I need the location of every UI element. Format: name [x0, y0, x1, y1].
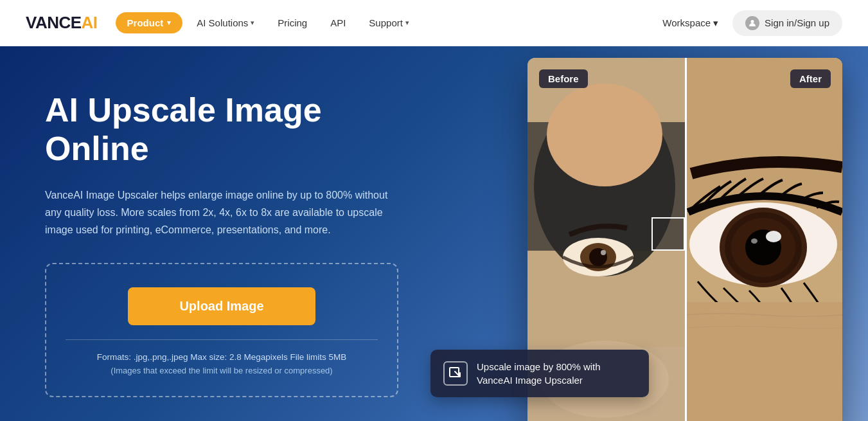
pricing-menu[interactable]: Pricing — [269, 12, 316, 33]
logo-vance: VANCE — [26, 13, 82, 33]
product-label: Product — [127, 17, 164, 28]
ai-solutions-label: AI Solutions — [197, 17, 248, 28]
workspace-label: Workspace — [662, 17, 711, 28]
ai-solutions-menu[interactable]: AI Solutions ▾ — [188, 12, 263, 33]
focus-box — [651, 217, 685, 251]
upload-divider — [66, 339, 378, 340]
logo: VANCE AI — [26, 13, 98, 33]
svg-point-4 — [547, 84, 662, 186]
svg-point-19 — [751, 238, 757, 244]
svg-point-18 — [766, 231, 781, 242]
upload-dropzone[interactable]: Upload Image Formats: .jpg,.png,.jpeg Ma… — [45, 263, 398, 397]
upscale-tooltip: Upscale image by 800% with VanceAI Image… — [430, 350, 649, 397]
before-label: Before — [539, 69, 588, 88]
tooltip-text: Upscale image by 800% with VanceAI Image… — [477, 360, 636, 387]
hero-right: Before After Upscale image by 800% with … — [437, 46, 868, 421]
signin-label: Sign in/Sign up — [765, 17, 829, 28]
logo-ai: AI — [82, 13, 98, 33]
format-text: Formats: .jpg,.png,.jpeg Max size: 2.8 M… — [97, 350, 347, 364]
support-chevron-icon: ▾ — [405, 19, 409, 27]
svg-point-8 — [601, 250, 606, 255]
hero-title: AI Upscale Image Online — [45, 91, 398, 168]
product-button[interactable]: Product ▾ — [116, 12, 183, 33]
user-icon — [745, 16, 759, 30]
comparison-divider — [685, 58, 687, 421]
format-note: (Images that exceed the limit will be re… — [97, 364, 347, 378]
ai-solutions-chevron-icon: ▾ — [251, 19, 254, 27]
signin-button[interactable]: Sign in/Sign up — [732, 10, 842, 36]
api-menu[interactable]: API — [321, 12, 355, 33]
upload-button[interactable]: Upload Image — [128, 287, 315, 325]
hero-left: AI Upscale Image Online VanceAI Image Up… — [0, 46, 437, 421]
svg-point-0 — [751, 20, 754, 23]
after-label: After — [790, 69, 831, 88]
svg-rect-21 — [450, 368, 459, 377]
pricing-label: Pricing — [278, 17, 307, 28]
product-chevron-icon: ▾ — [167, 19, 171, 27]
hero-description: VanceAI Image Upscaler helps enlarge ima… — [45, 186, 398, 239]
api-label: API — [330, 17, 346, 28]
support-label: Support — [369, 17, 403, 28]
workspace-chevron-icon: ▾ — [713, 17, 718, 29]
support-menu[interactable]: Support ▾ — [360, 12, 418, 33]
workspace-menu[interactable]: Workspace ▾ — [653, 12, 727, 34]
svg-rect-20 — [685, 302, 842, 421]
hero-section: AI Upscale Image Online VanceAI Image Up… — [0, 46, 868, 421]
upload-format-info: Formats: .jpg,.png,.jpeg Max size: 2.8 M… — [97, 350, 347, 377]
navbar: VANCE AI Product ▾ AI Solutions ▾ Pricin… — [0, 0, 868, 46]
after-image — [685, 58, 842, 421]
upscale-icon — [443, 361, 468, 386]
